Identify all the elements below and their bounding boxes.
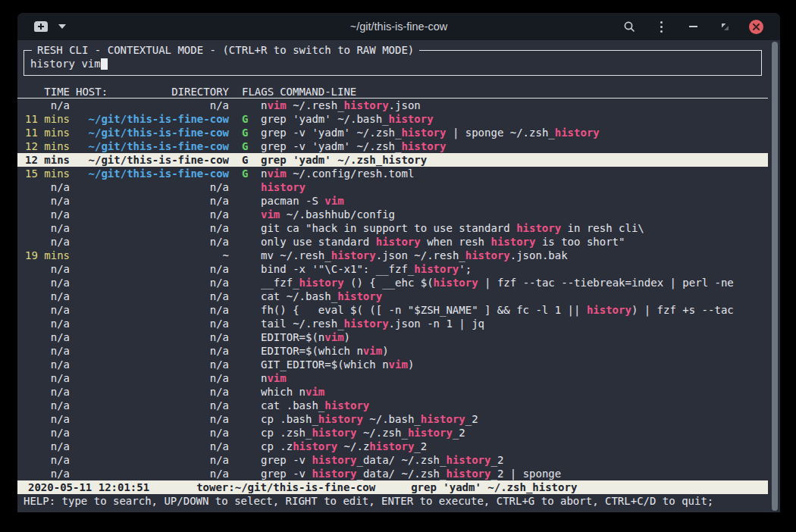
history-row[interactable]: n/an/acp .zhistory ~/.zhistory_2 bbox=[17, 440, 768, 453]
scrollbar-thumb[interactable] bbox=[772, 42, 778, 511]
history-rows: n/an/anvim ~/.resh_history.json11 mins~/… bbox=[17, 99, 768, 480]
history-row[interactable]: n/an/anvim ~/.resh_history.json bbox=[17, 99, 768, 112]
search-box[interactable]: RESH CLI - CONTEXTUAL MODE - (CTRL+R to … bbox=[24, 50, 762, 76]
history-row[interactable]: 12 mins~/git/this-is-fine-cowGgrep -v 'y… bbox=[17, 139, 768, 153]
text-cursor bbox=[101, 58, 108, 70]
history-row[interactable]: 19 mins~mv ~/.resh_history.json ~/.resh_… bbox=[17, 249, 768, 262]
history-row[interactable]: n/an/aonly use standard history when res… bbox=[17, 235, 768, 249]
history-row[interactable]: 12 mins~/git/this-is-fine-cowGgrep 'yadm… bbox=[17, 153, 768, 167]
history-row[interactable]: n/an/acat ~/.bash_history bbox=[17, 289, 768, 303]
history-row[interactable]: n/an/aEDITOR=$(which nvim) bbox=[17, 344, 768, 358]
history-row[interactable]: n/an/acat .bash_history bbox=[17, 399, 768, 412]
history-row[interactable]: n/an/ahistory bbox=[17, 180, 768, 194]
search-query: history vim bbox=[30, 58, 101, 70]
status-host-dir: tower:~/git/this-is-fine-cow bbox=[196, 480, 375, 494]
history-row[interactable]: n/an/agit ca "hack in support to use sta… bbox=[17, 221, 768, 235]
history-row[interactable]: n/an/afh() { eval $( ([ -n "$ZSH_NAME" ]… bbox=[17, 303, 768, 317]
search-icon[interactable] bbox=[622, 19, 637, 34]
status-datetime: 2020-05-11 12:01:51 bbox=[28, 480, 149, 494]
history-row[interactable]: n/an/apacman -S vim bbox=[17, 194, 768, 208]
status-command: grep 'yadm' ~/.zsh_history bbox=[411, 480, 577, 494]
history-row[interactable]: n/an/acp .bash_history ~/.bash_history_2 bbox=[17, 412, 768, 426]
terminal-content: RESH CLI - CONTEXTUAL MODE - (CTRL+R to … bbox=[17, 40, 780, 512]
history-row[interactable]: n/an/avim ~/.bashhub/config bbox=[17, 208, 768, 221]
history-row[interactable]: 11 mins~/git/this-is-fine-cowGgrep -v 'y… bbox=[17, 126, 768, 139]
history-row[interactable]: 11 mins~/git/this-is-fine-cowGgrep 'yadm… bbox=[17, 112, 768, 126]
history-row[interactable]: n/an/acp .zsh_history ~/.zsh_history_2 bbox=[17, 426, 768, 440]
history-row[interactable]: n/an/anvim bbox=[17, 371, 768, 385]
help-line: HELP: type to search, UP/DOWN to select,… bbox=[17, 494, 768, 508]
col-host-directory: HOST:DIRECTORY bbox=[76, 85, 229, 98]
history-row[interactable]: n/an/aGIT_EDITOR=$(which nvim) bbox=[17, 358, 768, 371]
col-flags: FLAGS bbox=[242, 85, 274, 98]
restore-button[interactable] bbox=[717, 19, 732, 34]
history-table: TIME HOST:DIRECTORY FLAGS COMMAND-LINE n… bbox=[17, 85, 768, 480]
history-row[interactable]: n/an/a__fzf_history () { __ehc $(history… bbox=[17, 276, 768, 289]
terminal-window: ~/git/this-is-fine-cow RESH CLI - CONTEX… bbox=[17, 13, 780, 512]
col-command: COMMAND-LINE bbox=[280, 85, 356, 98]
history-row[interactable]: n/an/agrep -v history_data/ ~/.zsh_histo… bbox=[17, 453, 768, 467]
minimize-button[interactable] bbox=[685, 19, 700, 34]
menu-kebab-icon[interactable] bbox=[653, 19, 669, 34]
history-row[interactable]: n/an/agrep -v history_data/ ~/.zsh_histo… bbox=[17, 467, 768, 480]
history-row[interactable]: n/an/aEDITOR=$(nvim) bbox=[17, 330, 768, 344]
history-row[interactable]: n/an/abind -x '"\C-x1": __fzf_history'; bbox=[17, 262, 768, 276]
table-header: TIME HOST:DIRECTORY FLAGS COMMAND-LINE bbox=[17, 85, 768, 99]
history-row[interactable]: n/an/atail ~/.resh_history.json -n 1 | j… bbox=[17, 317, 768, 330]
history-row[interactable]: n/an/awhich nvim bbox=[17, 385, 768, 399]
history-row[interactable]: 15 mins~/git/this-is-fine-cowGnvim ~/.co… bbox=[17, 167, 768, 180]
mode-label: RESH CLI - CONTEXTUAL MODE - (CTRL+R to … bbox=[32, 43, 419, 57]
col-time: TIME bbox=[25, 85, 70, 98]
close-button[interactable] bbox=[749, 20, 763, 34]
titlebar: ~/git/this-is-fine-cow bbox=[17, 13, 780, 40]
scrollbar[interactable] bbox=[769, 40, 780, 512]
status-bar: 2020-05-11 12:01:51 tower:~/git/this-is-… bbox=[17, 480, 768, 494]
